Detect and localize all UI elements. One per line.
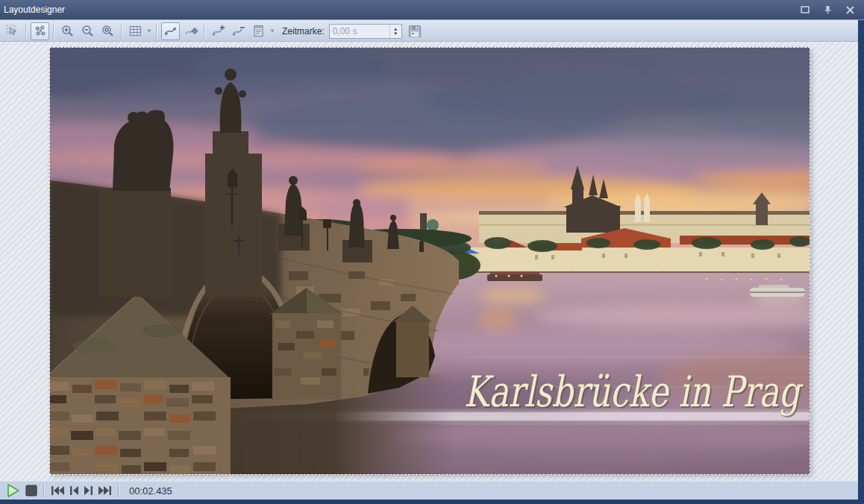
toolbar-separator (53, 24, 54, 39)
slide-image-object[interactable]: Karlsbrücke in Prag Karlsbrücke in Prag (50, 48, 810, 474)
spin-down-icon[interactable]: ▼ (393, 31, 398, 36)
layoutdesigner-window: Layoutdesigner (0, 0, 864, 504)
keyframe-dropdown-arrow[interactable]: ▼ (269, 22, 276, 40)
step-back-icon (69, 485, 79, 496)
play-icon (6, 483, 21, 498)
add-path-point-button[interactable] (209, 22, 228, 40)
zoom-original-icon (101, 25, 114, 37)
playbar-separator (118, 484, 119, 497)
skip-to-end-icon (98, 485, 112, 496)
keyframe-list-icon (252, 25, 265, 37)
grid-icon (129, 25, 142, 37)
maximize-icon (801, 6, 810, 14)
playback-time: 00:02.435 (129, 485, 172, 497)
window-border-right (858, 20, 864, 504)
zeitmarke-label: Zeitmarke: (282, 26, 325, 37)
pin-icon (824, 5, 832, 14)
toolbar-separator (121, 24, 122, 39)
step-forward-button[interactable] (84, 485, 93, 496)
window-title: Layoutdesigner (4, 4, 800, 15)
step-back-button[interactable] (69, 485, 79, 496)
zoom-original-button[interactable] (98, 22, 117, 40)
skip-to-start-button[interactable] (51, 485, 65, 496)
save-button[interactable] (406, 22, 425, 40)
close-button[interactable] (845, 4, 855, 15)
move-path-icon (184, 25, 198, 37)
zeitmarke-input[interactable]: 0,00 s ▲▼ (329, 24, 402, 39)
stop-button[interactable] (25, 485, 37, 497)
toolbar: ▼ (0, 21, 858, 42)
step-forward-icon (84, 485, 93, 496)
zeitmarke-value: 0,00 s (330, 25, 389, 38)
grid-dropdown-arrow[interactable]: ▼ (145, 22, 153, 40)
zoom-in-icon (61, 25, 74, 37)
playbar-separator (43, 484, 45, 497)
edit-points-button[interactable] (31, 22, 49, 40)
slide-caption-text[interactable]: Karlsbrücke in Prag (464, 367, 804, 416)
select-tool-button[interactable] (3, 22, 22, 40)
play-button[interactable] (6, 483, 21, 498)
stop-icon (25, 485, 37, 497)
zoom-in-button[interactable] (58, 22, 77, 40)
zeitmarke-spinner[interactable]: ▲▼ (389, 25, 401, 38)
edit-path-icon (164, 25, 177, 37)
titlebar: Layoutdesigner (0, 0, 864, 20)
move-path-button[interactable] (181, 22, 200, 40)
zoom-out-button[interactable] (78, 22, 97, 40)
zoom-out-icon (81, 25, 94, 37)
toolbar-separator (25, 24, 27, 39)
remove-path-point-button[interactable] (229, 22, 248, 40)
keyframe-list-button[interactable] (249, 22, 268, 40)
pin-button[interactable] (822, 4, 833, 15)
select-tool-icon (6, 25, 19, 37)
close-icon (846, 6, 854, 14)
skip-to-start-icon (51, 485, 65, 496)
edit-points-icon (34, 25, 46, 37)
toolbar-separator (204, 24, 205, 39)
remove-path-point-icon (232, 25, 245, 37)
save-icon (408, 25, 422, 38)
add-path-point-icon (212, 25, 225, 37)
prague-photo: Karlsbrücke in Prag Karlsbrücke in Prag (50, 48, 810, 474)
window-border-bottom (0, 500, 864, 504)
playback-bar: 00:02.435 (0, 481, 858, 500)
toolbar-separator (156, 24, 157, 39)
canvas-workarea[interactable]: Karlsbrücke in Prag Karlsbrücke in Prag (0, 42, 858, 481)
edit-path-button[interactable] (161, 22, 180, 40)
maximize-button[interactable] (800, 4, 810, 15)
grid-button[interactable] (126, 22, 145, 40)
skip-to-end-button[interactable] (98, 485, 112, 496)
